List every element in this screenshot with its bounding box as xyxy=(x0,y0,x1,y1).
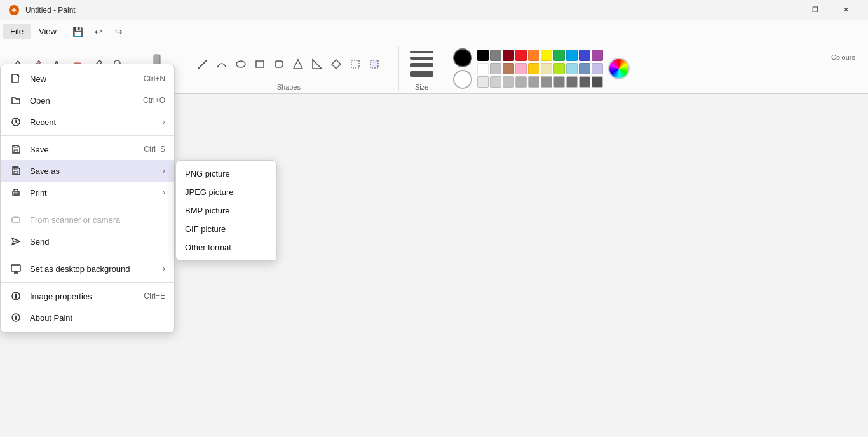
menu-item-send[interactable]: Send xyxy=(1,231,174,252)
color-custom-9[interactable] xyxy=(579,76,590,88)
menu-view[interactable]: View xyxy=(31,24,64,39)
menu-item-open[interactable]: Open Ctrl+O xyxy=(1,90,174,111)
imageprops-icon xyxy=(10,290,22,302)
saveas-other[interactable]: Other format xyxy=(176,238,276,257)
send-icon xyxy=(10,235,22,248)
menu-item-desktop[interactable]: Set as desktop background › xyxy=(1,258,174,279)
color-custom-10[interactable] xyxy=(592,76,603,88)
menu-file[interactable]: File xyxy=(3,24,31,39)
color-custom-6[interactable] xyxy=(541,76,552,88)
size-selector[interactable] xyxy=(407,48,437,81)
color-custom-5[interactable] xyxy=(528,76,539,88)
divider-1 xyxy=(1,135,174,136)
close-button[interactable]: ✕ xyxy=(831,0,860,20)
about-label: About Paint xyxy=(30,313,165,323)
color-custom-1[interactable] xyxy=(477,76,489,88)
color-custom-7[interactable] xyxy=(553,76,565,88)
color-custom-2[interactable] xyxy=(490,76,501,88)
new-label: New xyxy=(30,74,136,84)
rtriangle-tool[interactable] xyxy=(308,55,326,73)
color-yellow[interactable] xyxy=(541,50,552,61)
color-lightyellow[interactable] xyxy=(541,63,552,74)
triangle-tool[interactable] xyxy=(289,55,307,73)
color-indigo[interactable] xyxy=(579,50,590,61)
undo-button[interactable]: ↩ xyxy=(90,23,107,41)
color-wheel[interactable] xyxy=(608,58,630,79)
imageprops-shortcut: Ctrl+E xyxy=(144,292,165,300)
svg-marker-33 xyxy=(313,60,322,69)
menu-bar: File View 💾 ↩ ↪ New Ctrl+N Open Ctrl+O xyxy=(0,20,868,43)
ribbon-section-colours: Colours xyxy=(445,46,868,91)
color-slateblue[interactable] xyxy=(579,63,590,74)
color-skyblue[interactable] xyxy=(566,63,578,74)
size-label: Size xyxy=(415,83,428,91)
menu-item-saveas[interactable]: Save as › PNG picture JPEG picture BMP p… xyxy=(1,160,174,182)
open-shortcut: Ctrl+O xyxy=(143,96,165,105)
curve-tool[interactable] xyxy=(213,55,231,73)
saveas-gif[interactable]: GIF picture xyxy=(176,220,276,238)
rect2-tool[interactable] xyxy=(270,55,288,73)
svg-rect-6 xyxy=(14,167,17,169)
color-black[interactable] xyxy=(477,50,489,61)
color-gray[interactable] xyxy=(490,50,501,61)
color-custom-3[interactable] xyxy=(503,76,514,88)
saveas-submenu: PNG picture JPEG picture BMP picture GIF… xyxy=(175,160,277,261)
svg-rect-3 xyxy=(14,150,18,152)
save-button[interactable]: 💾 xyxy=(69,23,87,41)
print-icon xyxy=(10,186,22,199)
minimize-button[interactable]: — xyxy=(770,0,799,20)
menu-item-new[interactable]: New Ctrl+N xyxy=(1,68,174,90)
recent-label: Recent xyxy=(30,118,155,127)
primary-color-swatch[interactable] xyxy=(453,48,472,67)
quick-access-toolbar: 💾 ↩ ↪ xyxy=(69,23,128,41)
diamond-tool[interactable] xyxy=(327,55,345,73)
recent-arrow: › xyxy=(163,118,165,126)
color-darkred[interactable] xyxy=(503,50,514,61)
menu-item-imageprops[interactable]: Image properties Ctrl+E xyxy=(1,285,174,307)
color-green[interactable] xyxy=(553,50,565,61)
menu-item-about[interactable]: About Paint xyxy=(1,307,174,328)
svg-rect-30 xyxy=(256,61,264,67)
color-lavender[interactable] xyxy=(592,63,603,74)
scanner-icon xyxy=(10,213,22,226)
secondary-color-swatch[interactable] xyxy=(453,70,472,89)
redo-button[interactable]: ↪ xyxy=(110,23,128,41)
color-blue[interactable] xyxy=(566,50,578,61)
svg-point-18 xyxy=(15,316,17,317)
jpeg-label: JPEG picture xyxy=(185,187,234,197)
color-lightgray[interactable] xyxy=(490,63,501,74)
divider-4 xyxy=(1,282,174,283)
print-arrow: › xyxy=(163,188,165,197)
svg-rect-4 xyxy=(14,145,17,147)
saveas-jpeg[interactable]: JPEG picture xyxy=(176,183,276,201)
menu-item-save[interactable]: Save Ctrl+S xyxy=(1,138,174,160)
gif-label: GIF picture xyxy=(185,224,226,234)
color-white[interactable] xyxy=(477,63,489,74)
color-custom-8[interactable] xyxy=(566,76,578,88)
title-bar: Untitled - Paint — ❐ ✕ xyxy=(0,0,868,20)
menu-item-print[interactable]: Print › xyxy=(1,182,174,203)
select2-tool[interactable] xyxy=(365,55,383,73)
window-controls: — ❐ ✕ xyxy=(770,0,860,20)
color-custom-4[interactable] xyxy=(515,76,527,88)
svg-point-16 xyxy=(15,294,17,295)
about-icon xyxy=(10,311,22,324)
color-red[interactable] xyxy=(515,50,527,61)
svg-line-28 xyxy=(198,60,207,69)
svg-rect-7 xyxy=(13,191,19,196)
oval-tool[interactable] xyxy=(232,55,250,73)
maximize-button[interactable]: ❐ xyxy=(801,0,830,20)
color-pink[interactable] xyxy=(515,63,527,74)
color-orange[interactable] xyxy=(528,50,539,61)
color-brown[interactable] xyxy=(503,63,514,74)
svg-point-29 xyxy=(236,61,245,67)
color-purple[interactable] xyxy=(592,50,603,61)
rect-tool[interactable] xyxy=(251,55,269,73)
line-tool[interactable] xyxy=(194,55,212,73)
color-lime[interactable] xyxy=(553,63,565,74)
select1-tool[interactable] xyxy=(346,55,364,73)
saveas-bmp[interactable]: BMP picture xyxy=(176,201,276,220)
menu-item-recent[interactable]: Recent › xyxy=(1,111,174,133)
saveas-png[interactable]: PNG picture xyxy=(176,165,276,183)
color-gold[interactable] xyxy=(528,63,539,74)
